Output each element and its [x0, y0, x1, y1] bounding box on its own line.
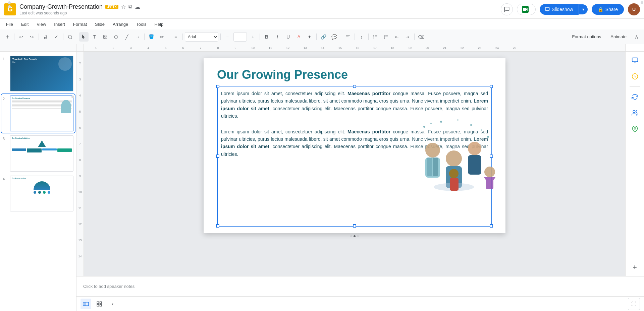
panel-add-button[interactable]: +: [629, 261, 641, 273]
slideshow-dropdown-button[interactable]: ▾: [579, 4, 588, 14]
menu-arrange[interactable]: Arrange: [109, 20, 131, 28]
panel-icon-2[interactable]: [629, 70, 641, 82]
ruler-num-25: 25: [506, 46, 523, 50]
slideshow-button[interactable]: Slideshow: [540, 4, 579, 15]
canvas-area[interactable]: Our Growing Presence: [84, 52, 625, 276]
image-tool[interactable]: [101, 32, 110, 42]
slide-image-overlay[interactable]: [404, 107, 498, 200]
menu-tools[interactable]: Tools: [133, 20, 150, 28]
menu-bar: File Edit View Insert Format Slide Arran…: [0, 19, 644, 29]
slide-item-2[interactable]: 2 Our Growing Presence: [1, 94, 75, 133]
link-button[interactable]: 🔗: [319, 32, 328, 42]
slide-dot-2: [354, 235, 356, 237]
handle-bot-left[interactable]: [216, 224, 219, 228]
thumb-3-pyramid: [12, 140, 72, 147]
bold-button[interactable]: B: [262, 32, 271, 42]
arrow-tool[interactable]: →: [133, 32, 142, 42]
ruler-num-22: 22: [453, 46, 471, 50]
slide-item-1[interactable]: 1 Townhall: Our Growth Story: [1, 54, 75, 93]
slide-content-area[interactable]: Lorem ipsum dolor sit amet, consectetuer…: [204, 86, 505, 233]
pen-tool[interactable]: ✏: [157, 32, 167, 42]
shapes-tool[interactable]: ⬡: [111, 32, 121, 42]
text-box[interactable]: Lorem ipsum dolor sit amet, consectetuer…: [217, 86, 492, 227]
add-button[interactable]: [3, 32, 12, 42]
font-color-button[interactable]: A: [294, 32, 304, 42]
font-size-increase[interactable]: +: [248, 32, 258, 42]
format-options-button[interactable]: Format options: [568, 33, 605, 41]
highlight-button[interactable]: ✦: [305, 32, 314, 42]
handle-bot-right[interactable]: [490, 224, 493, 228]
cloud-icon[interactable]: ☁: [135, 4, 140, 10]
menu-insert[interactable]: Insert: [51, 20, 68, 28]
slide-thumb-1: Townhall: Our Growth Story: [10, 56, 73, 91]
line-tool[interactable]: ╱: [122, 32, 131, 42]
thumb-2-img: [61, 100, 71, 113]
align-left-button[interactable]: [343, 32, 353, 42]
font-size-input[interactable]: 18: [233, 32, 247, 42]
line-spacing-button[interactable]: ↕: [357, 32, 366, 42]
indent-increase-button[interactable]: ⇥: [403, 32, 412, 42]
menu-help[interactable]: Help: [151, 20, 167, 28]
comment-button[interactable]: [501, 3, 513, 15]
comment-inline-button[interactable]: 💬: [329, 32, 339, 42]
font-selector[interactable]: Arial: [185, 32, 218, 42]
divider-14: [414, 34, 415, 40]
menu-edit[interactable]: Edit: [18, 20, 32, 28]
expand-button[interactable]: [628, 298, 640, 310]
menu-file[interactable]: File: [3, 20, 16, 28]
top-right-actions: Slideshow ▾ 🔒 Share U: [501, 3, 640, 15]
grid-view-button[interactable]: [94, 299, 105, 309]
meet-button[interactable]: [517, 4, 536, 15]
redo-button[interactable]: ↪: [27, 32, 37, 42]
print-button[interactable]: 🖨: [41, 32, 50, 42]
panel-icon-5[interactable]: [629, 123, 641, 135]
ruler-num-10: 10: [244, 46, 262, 50]
menu-view[interactable]: View: [33, 20, 49, 28]
notes-area[interactable]: Click to add speaker notes: [76, 276, 644, 296]
italic-button[interactable]: I: [273, 32, 282, 42]
underline-button[interactable]: U: [283, 32, 293, 42]
panel-icon-3[interactable]: [629, 91, 641, 103]
menu-format[interactable]: Format: [70, 20, 90, 28]
folder-icon[interactable]: ⧉: [128, 4, 132, 10]
share-button[interactable]: 🔒 Share: [592, 4, 624, 15]
slide-number-2: 2: [3, 97, 8, 101]
animate-button[interactable]: Animate: [606, 33, 631, 41]
font-size-decrease[interactable]: −: [223, 32, 232, 42]
fill-color-button[interactable]: 🪣: [147, 32, 156, 42]
slide-thumb-2: Our Growing Presence: [10, 96, 73, 131]
handle-top-mid[interactable]: [353, 85, 356, 88]
collapse-panel-button[interactable]: ‹: [107, 299, 118, 309]
handle-mid-left[interactable]: [216, 154, 219, 158]
right-panel: +: [625, 52, 644, 276]
spell-check-button[interactable]: ✓: [52, 32, 61, 42]
handle-top-left[interactable]: [216, 85, 219, 88]
handle-bot-mid[interactable]: [353, 224, 356, 228]
slide-item-4[interactable]: 4 Our Focus on You: [1, 174, 75, 213]
user-avatar[interactable]: U: [628, 3, 640, 15]
menu-slide[interactable]: Slide: [92, 20, 108, 28]
clear-format-button[interactable]: ⌫: [417, 32, 426, 42]
align-button[interactable]: ≡: [171, 32, 180, 42]
text-tool[interactable]: T: [90, 32, 99, 42]
handle-top-right[interactable]: [490, 85, 493, 88]
star-icon[interactable]: ☆: [121, 4, 126, 10]
numbered-list-button[interactable]: [381, 32, 391, 42]
slide-canvas[interactable]: Our Growing Presence: [204, 58, 505, 233]
panel-icon-4[interactable]: [629, 107, 641, 119]
cursor-tool[interactable]: [79, 32, 89, 42]
indent-decrease-button[interactable]: ⇤: [392, 32, 401, 42]
undo-button[interactable]: ↩: [16, 32, 26, 42]
v-ruler-7: 7: [79, 142, 81, 145]
notes-placeholder[interactable]: Click to add speaker notes: [83, 284, 135, 289]
v-ruler-12: 12: [78, 223, 82, 226]
filmstrip-view-button[interactable]: [80, 299, 91, 309]
slide-heading[interactable]: Our Growing Presence: [217, 68, 492, 82]
bullet-list-button[interactable]: [371, 32, 380, 42]
doc-title[interactable]: Company-Growth-Presentation: [19, 3, 103, 10]
toolbar-collapse-button[interactable]: ∧: [632, 32, 641, 42]
zoom-button[interactable]: [65, 32, 75, 42]
panel-icon-1[interactable]: [629, 54, 641, 66]
slide-item-3[interactable]: 3 Our Growing Initiatives: [1, 134, 75, 173]
bottom-toolbar: ‹: [76, 296, 644, 311]
